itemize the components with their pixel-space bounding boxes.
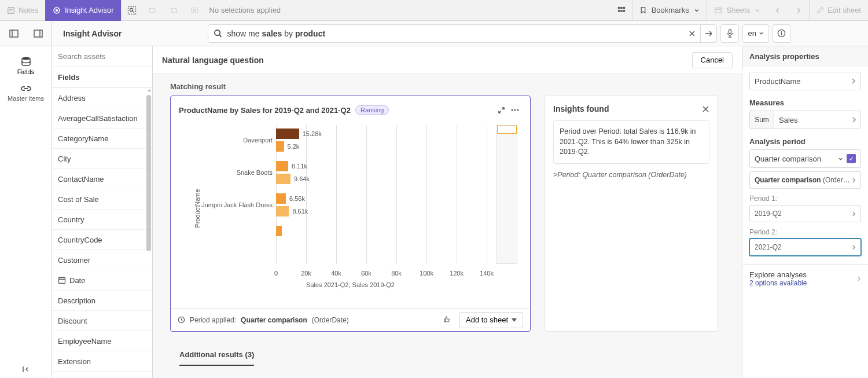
undo-icon <box>149 6 157 14</box>
separator <box>51 21 52 46</box>
assets-scrollbar[interactable] <box>146 88 152 251</box>
measure-row[interactable]: Sum Sales <box>749 111 861 129</box>
chevron-down-icon <box>759 31 764 36</box>
chart-bar[interactable] <box>276 226 282 236</box>
language-selector[interactable]: en <box>742 24 768 43</box>
period1-row[interactable]: 2019-Q2 <box>749 205 861 222</box>
dimension-row[interactable]: ProductName <box>749 72 861 90</box>
period-type-row[interactable]: Quarter comparison ✓ <box>749 149 861 168</box>
notes-button[interactable]: Notes <box>0 0 45 21</box>
step-forward-button[interactable] <box>163 0 184 21</box>
asset-item[interactable]: Customer <box>52 250 152 270</box>
additional-results-tab[interactable]: Additional results (3) <box>179 344 254 366</box>
search-icon <box>208 29 227 38</box>
x-tick-label: 100k <box>420 270 433 277</box>
asset-item[interactable]: Cost of Sale <box>52 189 152 210</box>
chart-bar[interactable] <box>276 129 299 139</box>
period-checked-icon: ✓ <box>847 154 856 163</box>
period-sub-row[interactable]: Quarter comparison (OrderD... <box>749 171 861 189</box>
bookmarks-button[interactable]: Bookmarks <box>632 0 707 21</box>
smart-search-button[interactable] <box>122 0 142 21</box>
measures-label: Measures <box>749 95 861 111</box>
clear-selections-button[interactable] <box>184 0 205 21</box>
insights-period-link[interactable]: >Period: Quarter comparison (OrderDate) <box>553 171 709 179</box>
submit-search-button[interactable] <box>700 25 716 42</box>
bar-value-label: 8.11k <box>292 163 307 170</box>
chart-bar[interactable] <box>276 161 288 171</box>
asset-item[interactable]: Address <box>52 88 152 108</box>
top-toolbar: Notes Insight Advisor No selections appl… <box>0 0 868 21</box>
feedback-button[interactable] <box>441 313 455 327</box>
fullscreen-button[interactable] <box>494 103 508 117</box>
asset-item[interactable]: Date <box>52 270 152 291</box>
sheets-button[interactable]: Sheets <box>707 0 767 21</box>
link-icon <box>21 85 31 93</box>
rail-master-items[interactable]: Master items <box>0 80 52 107</box>
nlq-title: Natural language question <box>162 56 264 65</box>
nlq-search-box[interactable]: show me sales by product <box>208 24 717 43</box>
chart-bar[interactable] <box>276 193 286 204</box>
clear-search-button[interactable] <box>684 30 700 37</box>
rail-master-label: Master items <box>8 95 44 102</box>
insight-advisor-label: Insight Advisor <box>65 6 114 14</box>
asset-item[interactable]: AverageCallSatisfaction <box>52 108 152 129</box>
category-label: Davenport <box>243 137 273 144</box>
grid-icon <box>617 6 626 14</box>
asset-item[interactable]: Description <box>52 291 152 311</box>
collapse-rail-button[interactable] <box>22 365 30 373</box>
rail-fields[interactable]: Fields <box>0 52 52 80</box>
asset-item[interactable]: ContactName <box>52 169 152 189</box>
cancel-button[interactable]: Cancel <box>692 52 733 68</box>
assets-search[interactable] <box>52 46 152 67</box>
svg-rect-14 <box>715 8 721 13</box>
chart-minimap[interactable] <box>496 125 517 264</box>
explore-analyses-row[interactable]: Explore analyses 2 options available <box>742 264 868 293</box>
nlq-search-input[interactable]: show me sales by product <box>227 29 684 38</box>
chart-card: ProductName by Sales for 2019-Q2 and 202… <box>170 96 531 332</box>
period2-row[interactable]: 2021-Q2 <box>749 238 861 256</box>
asset-item[interactable]: Extension <box>52 351 152 372</box>
period1-label: Period 1: <box>749 192 861 205</box>
svg-rect-21 <box>59 278 65 284</box>
asset-item[interactable]: EmployeeName <box>52 331 152 351</box>
svg-rect-10 <box>623 6 625 9</box>
category-label: Snake Boots <box>237 169 273 176</box>
svg-point-20 <box>22 57 30 60</box>
next-sheet-button[interactable] <box>788 0 809 21</box>
x-tick-label: 20k <box>301 270 311 277</box>
help-button[interactable] <box>773 24 791 43</box>
insights-close-button[interactable] <box>702 105 709 113</box>
bar-value-label: 5.2k <box>288 143 300 150</box>
x-tick-label: 120k <box>450 270 464 277</box>
chart-bar[interactable] <box>276 174 290 184</box>
selections-status: No selections applied <box>205 6 286 14</box>
edit-sheet-button[interactable]: Edit sheet <box>810 0 868 21</box>
asset-item[interactable]: CountryCode <box>52 230 152 250</box>
x-tick-label: 40k <box>331 270 341 277</box>
insight-advisor-button[interactable]: Insight Advisor <box>45 0 121 21</box>
chart-bar[interactable] <box>276 141 284 152</box>
chart-bar[interactable] <box>276 206 289 216</box>
clock-icon <box>178 316 185 324</box>
period1-value: 2019-Q2 <box>755 210 782 218</box>
voice-input-button[interactable] <box>720 24 739 43</box>
more-options-button[interactable] <box>508 103 522 117</box>
add-to-sheet-label: Add to sheet <box>466 315 508 324</box>
asset-item[interactable]: Discount <box>52 311 152 331</box>
asset-item[interactable]: Country <box>52 210 152 230</box>
bar-chart[interactable]: ProductName15.28k5.2k8.11k9.64k6.56k8.61… <box>179 122 522 295</box>
sheet-icon <box>714 6 722 14</box>
step-back-button[interactable] <box>142 0 163 21</box>
add-to-sheet-button[interactable]: Add to sheet <box>459 312 523 328</box>
asset-item[interactable]: CategoryName <box>52 129 152 149</box>
insights-card: Insights found Period over Period: total… <box>545 96 718 332</box>
assets-search-input[interactable] <box>58 52 146 61</box>
properties-panel: Analysis properties ProductName Measures… <box>742 46 868 378</box>
left-panel-toggle[interactable] <box>3 23 24 44</box>
selections-tool-button[interactable] <box>611 0 632 21</box>
more-icon <box>511 109 519 111</box>
right-panel-toggle[interactable] <box>28 23 49 44</box>
prev-sheet-button[interactable] <box>767 0 788 21</box>
svg-rect-18 <box>729 30 731 34</box>
asset-item[interactable]: City <box>52 149 152 169</box>
